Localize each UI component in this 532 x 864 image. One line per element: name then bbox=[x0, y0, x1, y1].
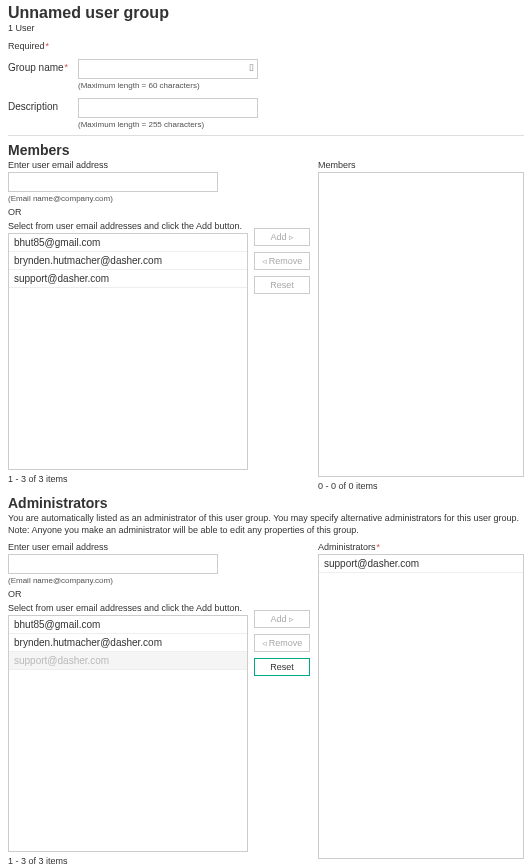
members-remove-button[interactable]: ◃ Remove bbox=[254, 252, 310, 270]
admins-remove-button[interactable]: ◃ Remove bbox=[254, 634, 310, 652]
admins-source-list[interactable]: bhut85@gmail.combrynden.hutmacher@dasher… bbox=[8, 615, 248, 852]
list-item[interactable]: brynden.hutmacher@dasher.com bbox=[9, 634, 247, 652]
members-source-list[interactable]: bhut85@gmail.combrynden.hutmacher@dasher… bbox=[8, 233, 248, 470]
triangle-right-icon: ▹ bbox=[289, 232, 294, 242]
members-email-input[interactable] bbox=[8, 172, 218, 192]
group-name-hint: (Maximum length = 60 characters) bbox=[78, 81, 524, 90]
admins-enter-label: Enter user email address bbox=[8, 542, 248, 552]
admins-select-label: Select from user email addresses and cli… bbox=[8, 603, 248, 613]
list-item[interactable]: support@dasher.com bbox=[319, 555, 523, 573]
members-select-label: Select from user email addresses and cli… bbox=[8, 221, 248, 231]
members-right-count: 0 - 0 of 0 items bbox=[318, 481, 524, 491]
group-name-input[interactable] bbox=[78, 59, 258, 79]
description-input[interactable] bbox=[78, 98, 258, 118]
members-title: Members bbox=[8, 142, 524, 158]
triangle-left-icon: ◃ bbox=[262, 638, 267, 648]
members-or-label: OR bbox=[8, 207, 248, 217]
admins-target-list[interactable]: support@dasher.com bbox=[318, 554, 524, 859]
admins-reset-button[interactable]: Reset bbox=[254, 658, 310, 676]
members-right-label: Members bbox=[318, 160, 524, 170]
list-item[interactable]: bhut85@gmail.com bbox=[9, 616, 247, 634]
members-add-button[interactable]: Add ▹ bbox=[254, 228, 310, 246]
group-name-label: Group name* bbox=[8, 59, 78, 73]
members-reset-button[interactable]: Reset bbox=[254, 276, 310, 294]
triangle-right-icon: ▹ bbox=[289, 614, 294, 624]
admins-right-label: Administrators* bbox=[318, 542, 524, 552]
admins-or-label: OR bbox=[8, 589, 248, 599]
members-left-count: 1 - 3 of 3 items bbox=[8, 474, 248, 484]
admins-email-input[interactable] bbox=[8, 554, 218, 574]
triangle-left-icon: ◃ bbox=[262, 256, 267, 266]
admins-left-count: 1 - 3 of 3 items bbox=[8, 856, 248, 864]
admins-desc: You are automatically listed as an admin… bbox=[8, 513, 524, 536]
user-count: 1 User bbox=[8, 23, 524, 33]
members-target-list[interactable] bbox=[318, 172, 524, 477]
admins-email-hint: (Email name@company.com) bbox=[8, 576, 248, 585]
list-item: support@dasher.com bbox=[9, 652, 247, 670]
description-hint: (Maximum length = 255 characters) bbox=[78, 120, 524, 129]
description-label: Description bbox=[8, 98, 78, 112]
page-title: Unnamed user group bbox=[8, 4, 524, 22]
list-item[interactable]: brynden.hutmacher@dasher.com bbox=[9, 252, 247, 270]
admins-title: Administrators bbox=[8, 495, 524, 511]
members-email-hint: (Email name@company.com) bbox=[8, 194, 248, 203]
divider bbox=[8, 135, 524, 136]
members-enter-label: Enter user email address bbox=[8, 160, 248, 170]
list-item[interactable]: support@dasher.com bbox=[9, 270, 247, 288]
required-label: Required* bbox=[8, 41, 524, 51]
admins-add-button[interactable]: Add ▹ bbox=[254, 610, 310, 628]
list-item[interactable]: bhut85@gmail.com bbox=[9, 234, 247, 252]
